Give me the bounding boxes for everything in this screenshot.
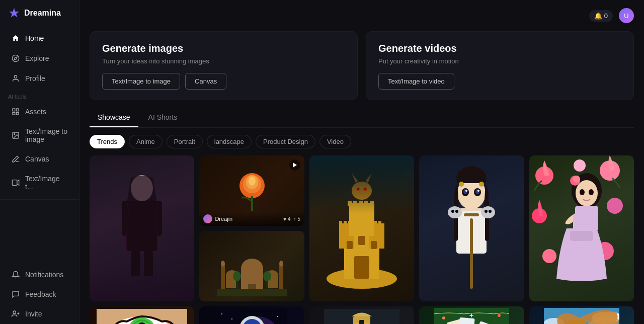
svg-rect-60 xyxy=(354,256,369,279)
text-image-button[interactable]: Text/Image to image xyxy=(102,73,180,90)
svg-point-59 xyxy=(364,188,366,190)
sidebar-item-profile[interactable]: Profile xyxy=(3,69,76,88)
filter-product[interactable]: Product Design xyxy=(256,135,315,148)
svg-rect-51 xyxy=(353,201,357,206)
svg-point-7 xyxy=(14,134,15,135)
sidebar-item-home[interactable]: Home xyxy=(3,29,76,48)
overlay-stats: ♥ 4 ↑ 5 xyxy=(283,216,300,222)
generate-videos-subtitle: Put your creativity in motion xyxy=(378,57,621,65)
svg-point-77 xyxy=(448,206,462,218)
image-card-astronaut[interactable] xyxy=(199,306,304,324)
filter-trends[interactable]: Trends xyxy=(90,135,125,148)
invite-icon xyxy=(11,309,20,318)
sidebar-item-explore[interactable]: Explore xyxy=(3,49,76,68)
filter-anime[interactable]: Anime xyxy=(129,135,163,148)
play-badge xyxy=(289,159,300,171)
svg-point-108 xyxy=(221,313,222,314)
sidebar-item-invite-label: Invite xyxy=(25,310,42,318)
sidebar-item-notifications-label: Notifications xyxy=(25,271,63,279)
svg-rect-99 xyxy=(573,213,579,231)
text-video-button[interactable]: Text/Image to video xyxy=(378,73,454,90)
sidebar-item-feedback-label: Feedback xyxy=(25,290,56,298)
sidebar-item-canvas[interactable]: Canvas xyxy=(3,149,76,169)
sidebar: Dreamina Home Explore Profile AI tools xyxy=(0,0,79,324)
svg-rect-22 xyxy=(251,196,253,211)
svg-rect-8 xyxy=(12,180,17,186)
svg-rect-32 xyxy=(279,264,283,289)
main-content: 🔔 0 U Generate images Turn your ideas in… xyxy=(79,0,644,324)
logo[interactable]: Dreamina xyxy=(0,0,79,26)
generate-videos-buttons: Text/Image to video xyxy=(378,73,621,90)
avatar-initials: U xyxy=(624,12,628,20)
sidebar-item-feedback[interactable]: Feedback xyxy=(3,285,76,304)
svg-rect-50 xyxy=(348,201,352,206)
svg-point-33 xyxy=(279,261,283,267)
image-card-eye[interactable]: Dreajin ♥ 0 ↑ 19 xyxy=(90,306,194,324)
bell-icon xyxy=(11,270,20,279)
svg-point-97 xyxy=(580,189,585,195)
svg-rect-62 xyxy=(371,241,377,249)
svg-point-58 xyxy=(357,188,359,190)
svg-rect-4 xyxy=(13,112,15,115)
svg-rect-5 xyxy=(16,112,19,115)
video-icon xyxy=(11,178,20,187)
svg-point-55 xyxy=(352,182,372,200)
sidebar-item-text-image-2[interactable]: Text/Image t... xyxy=(3,170,76,196)
svg-rect-38 xyxy=(248,284,256,289)
feedback-icon xyxy=(11,290,20,299)
svg-point-9 xyxy=(13,311,16,313)
svg-point-81 xyxy=(485,210,488,213)
image-card-anime-warrior[interactable] xyxy=(419,155,524,301)
svg-point-21 xyxy=(249,177,256,186)
feature-cards: Generate images Turn your ideas into stu… xyxy=(90,31,634,100)
sidebar-item-text-image[interactable]: Text/Image to image xyxy=(3,122,76,148)
filter-portrait[interactable]: Portrait xyxy=(167,135,203,148)
image-card-mosque[interactable] xyxy=(199,231,304,301)
sidebar-item-assets[interactable]: Assets xyxy=(3,102,76,121)
star-icon xyxy=(8,7,20,19)
generate-images-buttons: Text/Image to image Canvas xyxy=(102,73,345,90)
image-card-green-art[interactable] xyxy=(419,306,524,324)
notifications-badge[interactable]: 🔔 0 xyxy=(589,10,613,22)
svg-rect-132 xyxy=(359,320,364,324)
sidebar-item-invite[interactable]: Invite xyxy=(3,304,76,323)
svg-point-74 xyxy=(477,190,479,192)
svg-point-78 xyxy=(481,206,495,218)
sidebar-item-canvas-label: Canvas xyxy=(25,155,49,163)
svg-point-31 xyxy=(221,261,225,267)
sidebar-item-notifications[interactable]: Notifications xyxy=(3,265,76,284)
canvas-button[interactable]: Canvas xyxy=(185,73,226,90)
sidebar-item-explore-label: Explore xyxy=(25,54,49,62)
sidebar-item-home-label: Home xyxy=(25,34,44,42)
svg-rect-49 xyxy=(349,203,374,236)
svg-rect-63 xyxy=(358,236,365,245)
image-card-wind-hair[interactable] xyxy=(529,306,634,324)
tab-showcase[interactable]: Showcase xyxy=(90,110,138,127)
image-card-gothic[interactable] xyxy=(90,155,194,301)
generate-images-title: Generate images xyxy=(102,43,345,54)
svg-point-110 xyxy=(277,316,278,317)
svg-point-95 xyxy=(573,176,580,183)
image-card-sandcastle[interactable] xyxy=(309,155,414,301)
image-card-tower[interactable] xyxy=(309,306,414,324)
canvas-icon xyxy=(11,154,20,164)
svg-rect-84 xyxy=(464,213,479,216)
svg-rect-100 xyxy=(570,231,593,241)
arrows-count: ↑ 5 xyxy=(293,216,300,222)
svg-rect-61 xyxy=(347,241,353,249)
generate-videos-card: Generate videos Put your creativity in m… xyxy=(366,31,634,100)
svg-point-0 xyxy=(12,55,19,61)
svg-point-75 xyxy=(459,182,464,187)
svg-point-137 xyxy=(442,316,445,319)
svg-rect-54 xyxy=(370,201,374,206)
user-avatar[interactable]: U xyxy=(619,8,634,23)
image-card-rose[interactable]: Dreajin ♥ 4 ↑ 5 xyxy=(199,155,304,226)
filter-landscape[interactable]: landscape xyxy=(207,135,252,148)
svg-rect-2 xyxy=(13,109,15,111)
filter-video[interactable]: Video xyxy=(319,135,351,148)
svg-rect-48 xyxy=(378,221,381,226)
svg-point-79 xyxy=(451,210,454,213)
tab-ai-shorts[interactable]: AI Shorts xyxy=(140,110,186,127)
svg-point-82 xyxy=(489,210,492,213)
image-card-flowers[interactable] xyxy=(529,155,634,301)
